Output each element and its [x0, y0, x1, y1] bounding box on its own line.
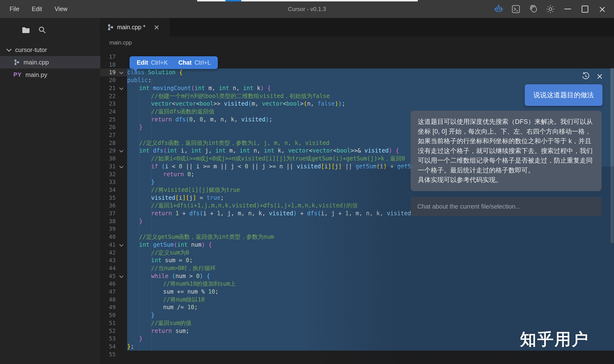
code-line[interactable]: 47sum += num % 10;: [100, 288, 614, 296]
code-text: };: [127, 343, 134, 351]
sidebar: cursor-tutor main.cppPYmain.py: [0, 18, 100, 364]
history-icon[interactable]: [581, 72, 590, 80]
line-number[interactable]: 36: [100, 202, 116, 209]
fold-chevron-icon[interactable]: [119, 242, 124, 247]
line-number[interactable]: 41: [100, 241, 116, 249]
close-window-button[interactable]: ×: [595, 2, 610, 16]
line-number[interactable]: 45: [100, 272, 116, 280]
panel-close-icon[interactable]: ×: [596, 72, 603, 80]
code-line[interactable]: 38}: [100, 217, 614, 225]
maximize-button[interactable]: [578, 2, 592, 16]
line-number[interactable]: 38: [100, 217, 116, 225]
code-line[interactable]: 49num /= 10;: [100, 303, 614, 311]
line-number[interactable]: 37: [100, 209, 116, 217]
python-file-icon: PY: [14, 71, 22, 78]
file-row-main-cpp[interactable]: main.cpp: [0, 56, 100, 68]
line-number[interactable]: 20: [100, 76, 116, 84]
tab-close-icon[interactable]: ×: [154, 23, 159, 31]
line-number[interactable]: 19: [100, 68, 116, 76]
line-number[interactable]: 28: [100, 139, 116, 147]
line-number[interactable]: 50: [100, 311, 116, 319]
code-line[interactable]: 19class Solution {: [100, 68, 614, 76]
code-text: sum += num % 10;: [163, 288, 219, 296]
line-number[interactable]: 43: [100, 257, 116, 264]
code-line[interactable]: 40//定义getSum函数，返回值为int类型，参数为num: [100, 233, 614, 241]
menu-file[interactable]: File: [10, 5, 19, 13]
edit-label: Edit: [137, 59, 148, 66]
code-text: }: [151, 311, 154, 319]
chat-button[interactable]: Chat Ctrl+L: [178, 59, 210, 66]
code-line[interactable]: 51//返回sum的值: [100, 319, 614, 327]
line-number[interactable]: 25: [100, 116, 116, 124]
line-number[interactable]: 51: [100, 319, 116, 327]
video-progress-fill: [225, 0, 241, 1]
terminal-icon[interactable]: [508, 2, 523, 16]
code-line[interactable]: 50}: [100, 311, 614, 319]
line-number[interactable]: 55: [100, 351, 116, 359]
line-number[interactable]: 49: [100, 303, 116, 311]
line-number[interactable]: 35: [100, 194, 116, 202]
fold-chevron-icon[interactable]: [119, 70, 124, 74]
ask-question-button[interactable]: 说说这道题目的做法: [525, 84, 602, 106]
editor-scrollbar[interactable]: [610, 68, 614, 243]
explorer-folder-icon[interactable]: [21, 25, 31, 35]
code-line[interactable]: 44//当num>0时，执行循环: [100, 264, 614, 272]
line-number[interactable]: 21: [100, 84, 116, 92]
code-line[interactable]: 42//定义sum为0: [100, 249, 614, 257]
edit-button[interactable]: Edit Ctrl+K: [137, 59, 168, 66]
line-number[interactable]: 44: [100, 264, 116, 272]
line-number[interactable]: 26: [100, 123, 116, 131]
robot-icon[interactable]: [491, 2, 506, 16]
fold-chevron-icon[interactable]: [119, 86, 124, 90]
line-number[interactable]: 24: [100, 108, 116, 116]
code-line[interactable]: 43int sum = 0;: [100, 257, 614, 264]
tab-main-cpp[interactable]: main.cpp * ×: [101, 18, 170, 36]
ai-message: 这道题目可以使用深度优先搜索（DFS）来解决。我们可以从坐标 [0, 0] 开始…: [411, 111, 601, 191]
line-number[interactable]: 34: [100, 186, 116, 194]
folder-label: cursor-tutor: [15, 46, 47, 54]
file-row-main-py[interactable]: PYmain.py: [0, 68, 100, 81]
line-number[interactable]: 29: [100, 147, 116, 155]
chat-input[interactable]: [411, 197, 601, 216]
menu-edit[interactable]: Edit: [32, 5, 42, 13]
line-number[interactable]: 40: [100, 233, 116, 241]
line-number[interactable]: 32: [100, 170, 116, 178]
wave-hand-icon[interactable]: [526, 2, 541, 16]
code-text: visited[i][j] = true;: [151, 194, 224, 202]
line-number[interactable]: 39: [100, 225, 116, 233]
code-line[interactable]: 45while (num > 0) {: [100, 272, 614, 280]
folder-row-cursor-tutor[interactable]: cursor-tutor: [0, 44, 100, 56]
line-number[interactable]: 33: [100, 178, 116, 186]
line-number[interactable]: 23: [100, 100, 116, 108]
menu-view[interactable]: View: [55, 5, 67, 13]
fold-chevron-icon[interactable]: [119, 274, 124, 278]
code-line[interactable]: 20public:: [100, 76, 614, 84]
line-number[interactable]: 27: [100, 131, 116, 139]
fold-chevron-icon[interactable]: [119, 164, 124, 168]
code-line[interactable]: 41int getSum(int num) {: [100, 241, 614, 249]
fold-chevron-icon[interactable]: [119, 148, 124, 153]
line-number[interactable]: 31: [100, 163, 116, 170]
file-tree: cursor-tutor main.cppPYmain.py: [0, 44, 100, 81]
line-number[interactable]: 18: [100, 61, 116, 69]
chevron-down-icon: [6, 46, 12, 52]
line-number[interactable]: 47: [100, 288, 116, 296]
line-number[interactable]: 42: [100, 249, 116, 257]
code-line[interactable]: 46//将num%10的值加到sum上: [100, 280, 614, 288]
code-text: public:: [127, 76, 151, 84]
code-line[interactable]: 48//将num除以10: [100, 296, 614, 304]
minimize-button[interactable]: [560, 2, 575, 16]
line-number[interactable]: 46: [100, 280, 116, 288]
line-number[interactable]: 22: [100, 92, 116, 100]
code-line[interactable]: 55: [100, 351, 614, 359]
search-icon[interactable]: [37, 25, 47, 35]
line-number[interactable]: 30: [100, 155, 116, 163]
breadcrumb-item[interactable]: main.cpp: [109, 39, 132, 46]
line-number[interactable]: 53: [100, 335, 116, 343]
line-number[interactable]: 48: [100, 296, 116, 304]
gear-icon[interactable]: [543, 2, 558, 16]
line-number[interactable]: 52: [100, 327, 116, 335]
line-number[interactable]: 54: [100, 343, 116, 351]
line-number[interactable]: 17: [100, 53, 116, 61]
code-line[interactable]: 39: [100, 225, 614, 233]
